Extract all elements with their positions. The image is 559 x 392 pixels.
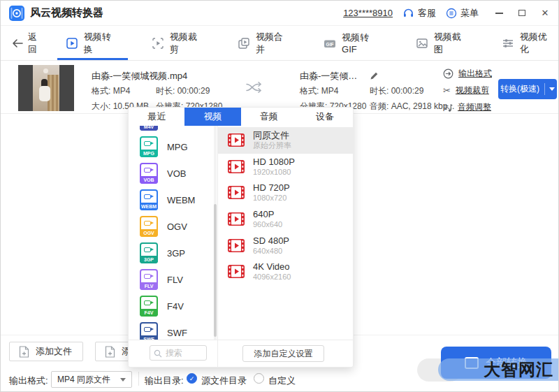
preset-title: SD 480P [253, 235, 289, 246]
format-item-ogv[interactable]: OGV OGV [129, 213, 214, 240]
video-preset-icon [228, 239, 245, 252]
tab-video-to-gif[interactable]: GIF 视频转GIF [321, 26, 386, 60]
edit-filename-icon[interactable] [370, 71, 379, 80]
video-crop-label: 视频裁剪 [456, 85, 489, 96]
output-format-value: MP4 同原文件 [57, 374, 110, 386]
tab-label: 视频合并 [256, 31, 291, 56]
svg-text:GIF: GIF [326, 41, 334, 46]
format-item-mpg[interactable]: MPG MPG [129, 133, 214, 160]
preset-subtitle: 960x640 [253, 219, 282, 229]
minimize-button[interactable] [494, 8, 504, 18]
close-button[interactable] [540, 8, 550, 18]
video-crop-link[interactable]: ✂ 视频裁剪 [443, 85, 489, 96]
panel-tab-recent[interactable]: 最近 [129, 108, 184, 126]
video-preset-icon [228, 212, 245, 226]
output-format-link[interactable]: 输出格式 [443, 68, 492, 80]
headset-icon [402, 8, 414, 18]
panel-tab-bar: 最近 视频 音频 设备 [129, 108, 353, 126]
output-format-select[interactable]: MP4 同原文件 [51, 371, 132, 388]
panel-tab-audio[interactable]: 音频 [241, 108, 297, 126]
add-file-button[interactable]: 添加文件 [9, 342, 83, 361]
app-logo-icon [9, 6, 24, 21]
format-item-m4v[interactable]: M4V M4V [129, 126, 214, 133]
preset-title: HD 720P [253, 182, 290, 193]
preset-subtitle: 640x480 [253, 246, 289, 256]
preset-subtitle: 1920x1080 [253, 167, 295, 177]
add-file-icon [19, 346, 29, 358]
format-label: OGV [167, 222, 187, 232]
support-button[interactable]: 客服 [402, 7, 436, 20]
format-item-f4v[interactable]: F4V F4V [129, 293, 214, 319]
preset-4k-video[interactable]: 4K Video4096x2160 [218, 259, 353, 285]
panel-footer: 添加自定义设置 [129, 340, 353, 367]
preset-subtitle: 1080x720 [253, 193, 290, 203]
preset-title: 640P [253, 209, 282, 219]
add-custom-settings-button[interactable]: 添加自定义设置 [242, 345, 324, 362]
back-arrow-icon [12, 38, 23, 48]
preset-sd-480p[interactable]: SD 480P640x480 [218, 232, 353, 259]
preset-list: 同原文件原始分辨率 HD 1080P1920x1080 HD 720P1080x… [218, 126, 353, 340]
video-thumbnail[interactable] [18, 65, 74, 111]
radio-source-dir[interactable] [187, 373, 197, 384]
support-label: 客服 [418, 7, 436, 20]
convert-arrows-icon [245, 80, 263, 94]
tab-video-optimize[interactable]: 视频优化 [499, 26, 558, 60]
gif-icon: GIF [324, 37, 336, 50]
chevron-down-icon[interactable] [549, 87, 555, 91]
nav-bar: 返回 视频转换 视频裁剪 视频合并 GIF 视频转GIF 视频截图 [1, 26, 558, 61]
add-file-label: 添加文件 [36, 345, 72, 358]
file-format-icon: WEBM [140, 189, 158, 210]
panel-tab-video[interactable]: 视频 [184, 108, 240, 126]
tab-video-convert[interactable]: 视频转换 [63, 26, 122, 60]
preset-same-as-source[interactable]: 同原文件原始分辨率 [218, 127, 353, 154]
format-list: M4V M4V MPG MPG VOB VOB WEBM WEBM OGV [129, 126, 214, 340]
preset-title: 同原文件 [253, 130, 291, 140]
search-input[interactable] [150, 345, 207, 361]
tab-label: 视频优化 [520, 31, 556, 56]
format-label: VOB [167, 168, 186, 179]
convert-fast-button[interactable]: 转换(极速) [498, 79, 557, 99]
file-row: 由淼-一笑倾城视频.mp4 格式: MP4 时长: 00:00:29 大小: 1… [1, 61, 558, 114]
back-button[interactable]: 返回 [12, 31, 46, 56]
menu-button[interactable]: 菜单 [446, 7, 479, 20]
format-label: FLV [167, 275, 183, 285]
convert-fast-label: 转换(极速) [500, 83, 539, 95]
format-label: SWF [167, 328, 187, 338]
video-preset-icon [228, 133, 245, 147]
file-format-icon: FLV [140, 269, 158, 290]
menu-icon [446, 8, 457, 19]
preset-hd-720p[interactable]: HD 720P1080x720 [218, 180, 353, 206]
preset-title: HD 1080P [253, 157, 295, 167]
preset-subtitle: 原始分辨率 [253, 140, 291, 150]
account-link[interactable]: 123****8910 [343, 8, 393, 18]
preset-hd-1080p[interactable]: HD 1080P1920x1080 [218, 154, 353, 180]
panel-tab-device[interactable]: 设备 [297, 108, 353, 126]
add-file-icon [105, 346, 115, 358]
radio-custom-dir[interactable] [254, 373, 264, 384]
preset-640p[interactable]: 640P960x640 [218, 206, 353, 233]
maximize-button[interactable] [517, 8, 527, 18]
tab-video-merge[interactable]: 视频合并 [235, 26, 294, 60]
format-label: WEBM [167, 195, 195, 205]
source-duration: 时长: 00:00:29 [156, 85, 210, 97]
format-item-swf[interactable]: SWF SWF [129, 319, 214, 340]
format-item-flv[interactable]: FLV FLV [129, 266, 214, 293]
watermark: 大智网汇 [438, 358, 558, 381]
radio-custom-dir-label[interactable]: 自定义 [268, 375, 296, 387]
format-item-vob[interactable]: VOB VOB [129, 160, 214, 187]
source-filename: 由淼-一笑倾城视频.mp4 [92, 70, 187, 82]
format-label: F4V [167, 301, 184, 312]
tab-label: 视频转换 [84, 31, 119, 56]
screenshot-icon [416, 37, 428, 50]
scrollbar-thumb[interactable] [214, 204, 217, 337]
radio-source-dir-label[interactable]: 源文件目录 [201, 375, 247, 387]
format-scrollbar[interactable] [214, 126, 217, 340]
target-audio: 音频: AAC, 2918 kbp... [370, 101, 454, 112]
audio-adjust-link[interactable]: 音频调整 [443, 101, 491, 113]
source-format: 格式: MP4 [92, 85, 130, 97]
tab-video-screenshot[interactable]: 视频截图 [413, 26, 472, 60]
tab-video-crop[interactable]: 视频裁剪 [149, 26, 208, 60]
format-item-3gp[interactable]: 3GP 3GP [129, 240, 214, 266]
format-item-webm[interactable]: WEBM WEBM [129, 187, 214, 213]
chevron-down-icon [120, 378, 126, 382]
